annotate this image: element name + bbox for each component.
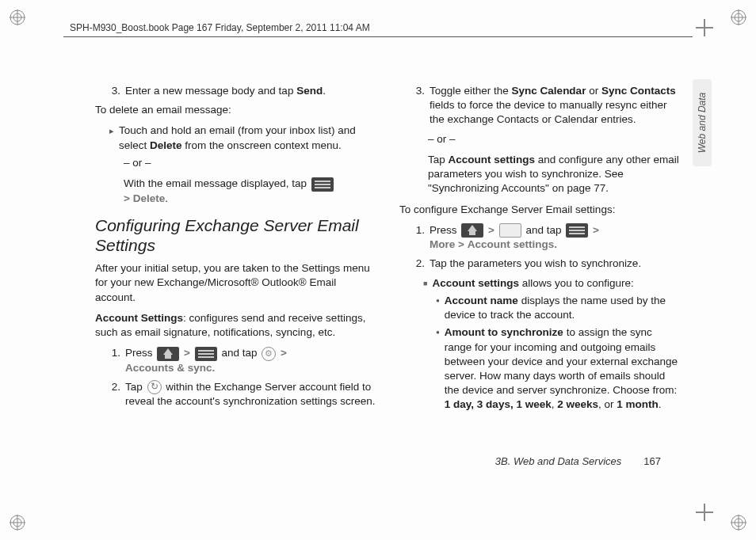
step-text: Toggle either the Sync Calendar or Sync …	[430, 84, 682, 127]
or-separator: – or –	[124, 156, 377, 170]
menu-icon	[311, 177, 334, 192]
step-number: 2.	[109, 380, 120, 409]
side-tab: Web and Data	[693, 79, 712, 166]
crop-cross-icon	[696, 504, 713, 521]
list-item: Touch and hold an email (from your inbox…	[109, 124, 377, 152]
body-text: Account Settings: configures send and re…	[95, 311, 377, 340]
registration-mark-icon	[10, 10, 25, 25]
delete-heading: To delete an email message:	[95, 103, 377, 117]
crop-header-rule	[63, 36, 693, 37]
left-column: 3. Enter a new message body and tap Send…	[95, 79, 377, 475]
menu-icon	[566, 223, 588, 238]
list-item: 1. Press > and tap > Accounts & sync.	[109, 346, 377, 375]
step-number: 3.	[414, 84, 425, 127]
registration-mark-icon	[10, 515, 25, 530]
body-text: After your initial setup, you are taken …	[95, 261, 377, 305]
step-number: 2.	[414, 257, 425, 271]
crop-cross-icon	[696, 19, 713, 36]
section-heading: Configuring Exchange Server Email Settin…	[95, 215, 377, 255]
step-text: Touch and hold an email (from your inbox…	[119, 124, 377, 152]
crop-header-text: SPH-M930_Boost.book Page 167 Friday, Sep…	[70, 22, 370, 33]
list-item: Amount to synchronize to assign the sync…	[436, 325, 682, 412]
registration-mark-icon	[731, 10, 746, 25]
list-item: 3. Toggle either the Sync Calendar or Sy…	[414, 84, 682, 127]
footer-page-number: 167	[643, 455, 661, 467]
menu-icon	[195, 347, 217, 361]
list-item: 1. Press > and tap > More > Account sett…	[414, 223, 682, 253]
list-item: 2. Tap within the Exchange Server accoun…	[109, 380, 377, 409]
step-text: Tap within the Exchange Server account f…	[125, 380, 377, 409]
step-text: Press > and tap > Accounts & sync.	[125, 346, 287, 375]
registration-mark-icon	[731, 515, 746, 530]
step-number: 1.	[109, 346, 120, 375]
sync-icon	[147, 380, 162, 394]
footer-section: 3B. Web and Data Services	[495, 455, 621, 467]
step-number: 1.	[414, 223, 425, 253]
bullet-text: Account name displays the name used by t…	[445, 294, 682, 322]
home-icon	[157, 347, 179, 361]
step-number: 3.	[109, 84, 120, 98]
step-text: With the email message displayed, tap > …	[124, 177, 377, 206]
step-text: Tap Account settings and configure any o…	[428, 153, 682, 196]
gear-icon	[262, 347, 276, 361]
list-item: 3. Enter a new message body and tap Send…	[109, 84, 377, 98]
or-separator: – or –	[428, 132, 682, 146]
configure-heading: To configure Exchange Server Email setti…	[399, 203, 682, 217]
step-text: Enter a new message body and tap Send.	[125, 84, 326, 98]
bullet-text: Account settings allows you to configure…	[432, 276, 633, 291]
list-item: Account name displays the name used by t…	[436, 294, 682, 322]
step-text: Tap the parameters you wish to synchroni…	[430, 257, 641, 271]
list-item: 2. Tap the parameters you wish to synchr…	[414, 257, 682, 271]
home-icon	[461, 223, 483, 238]
list-item: Account settings allows you to configure…	[423, 276, 682, 291]
step-text: Press > and tap > More > Account setting…	[430, 223, 599, 253]
right-column: 3. Toggle either the Sync Calendar or Sy…	[399, 79, 682, 475]
app-icon	[499, 223, 521, 238]
bullet-text: Amount to synchronize to assign the sync…	[445, 325, 682, 412]
page-body: 3. Enter a new message body and tap Send…	[95, 79, 682, 475]
page-footer: 3B. Web and Data Services 167	[495, 455, 661, 467]
side-tab-label: Web and Data	[697, 93, 708, 154]
